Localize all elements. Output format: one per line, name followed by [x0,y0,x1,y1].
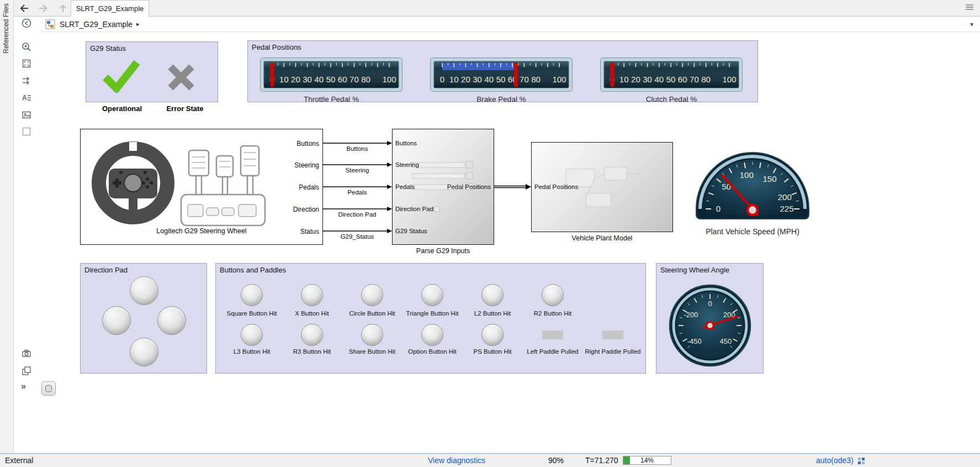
data-browser-button[interactable] [41,381,56,396]
lamp-label-circle: Circle Button Hit [349,310,395,317]
lamp-dpad-left[interactable] [102,306,131,335]
pedal-positions-panel[interactable]: Pedal Positions 01020304050607080100 Thr… [247,40,758,102]
left-paddle-indicator[interactable] [542,330,563,339]
svg-text:40: 40 [654,75,664,84]
svg-text:50: 50 [666,75,676,84]
right-paddle-indicator[interactable] [602,330,623,339]
simulation-time: T=71.270 [585,454,618,467]
tab-list-button[interactable] [965,3,974,13]
toolbar-expand-button[interactable]: » [21,381,26,391]
back-button[interactable] [17,2,31,14]
lamp-square-button[interactable] [241,284,263,306]
throttle-gauge-group: 01020304050607080100 Throttle Pedal % [260,57,402,103]
svg-text:20: 20 [291,75,300,84]
svg-text:450: 450 [719,337,732,345]
direction-pad-panel[interactable]: Direction Pad [80,263,207,374]
svg-text:200: 200 [778,192,792,202]
steering-angle-panel[interactable]: Steering Wheel Angle -450-2000200450 [656,263,764,374]
lamp-dpad-right[interactable] [157,306,186,335]
breadcrumb-caret-button[interactable]: ▾ [970,20,973,28]
lamp-ps-button[interactable] [481,324,504,346]
vehicle-plant-model-block[interactable]: Pedal Positions [531,142,673,232]
model-canvas[interactable]: G29 Status Operational Error State Pedal… [39,32,980,453]
progress-bar: 14% [623,456,671,465]
lamp-triangle-button[interactable] [421,284,443,306]
breadcrumb-model[interactable]: SLRT_G29_Example [60,20,133,29]
viewmarks-button[interactable] [20,364,33,377]
status-grid-icon[interactable] [857,457,865,465]
g29-status-panel[interactable]: G29 Status [86,41,218,102]
signal-label-direction: Direction Pad [319,211,396,218]
forward-button[interactable] [36,2,50,14]
zoom-button[interactable] [20,40,33,54]
svg-text:100: 100 [382,75,396,84]
brake-gauge[interactable]: 01020304050607080100 [430,57,573,92]
text-annotation-button[interactable]: A [20,91,33,104]
forward-icon [38,4,48,13]
port-direction: Direction [293,206,319,213]
lamp-dpad-up[interactable] [130,276,158,305]
model-tab[interactable]: SLRT_G29_Example [71,0,149,17]
arrow-icon [387,229,392,233]
fit-to-view-button[interactable] [20,57,33,70]
steering-angle-gauge[interactable]: -450-2000200450 [666,280,754,369]
throttle-gauge[interactable]: 01020304050607080100 [260,57,402,92]
svg-text:20: 20 [461,75,470,84]
lamp-share-button[interactable] [361,324,383,346]
g29-status-group: G29 Status Operational Error State [86,41,218,119]
magnifier-icon [21,41,32,53]
lamp-l3-button[interactable] [241,324,263,346]
image-annotation-button[interactable] [20,108,33,122]
lamp-x-button[interactable] [301,284,323,306]
g29-steering-wheel-block[interactable]: Buttons Steering Pedals Direction Status… [80,129,323,245]
svg-text:150: 150 [762,174,776,183]
direction-pad-title: Direction Pad [81,264,206,276]
svg-text:100: 100 [740,170,754,180]
speed-gauge[interactable]: 050100150200225 [692,143,813,225]
area-annotation-button[interactable] [20,125,33,138]
clutch-gauge-group: 01020304050607080100 Clutch Pedal % [600,57,743,103]
referenced-files-rail[interactable]: Referenced Files [0,0,14,453]
lamp-label-triangle: Triangle Button Hit [406,310,459,317]
circle-arrow-icon [21,18,32,29]
svg-text:0: 0 [440,75,444,84]
view-diagnostics-link[interactable]: View diagnostics [428,454,485,467]
simulink-window: Referenced Files SLRT_G29_Example [0,0,980,467]
svg-text:30: 30 [643,75,652,84]
lamp-r3-button[interactable] [301,324,323,346]
buttons-paddles-panel[interactable]: Buttons and Paddles Square Button Hit X … [215,263,646,374]
svg-text:50: 50 [496,75,506,84]
hide-explorer-button[interactable] [20,17,33,30]
svg-text:70: 70 [520,75,529,84]
brake-gauge-label: Brake Pedal % [430,95,573,103]
lamp-dpad-down[interactable] [130,338,158,366]
model-icon [45,19,55,29]
parse-g29-inputs-block[interactable]: Buttons Steering Pedals Direction Pad G2… [392,129,494,245]
lamp-r2-button[interactable] [542,284,564,306]
svg-text:30: 30 [303,75,312,84]
lamp-l2-button[interactable] [481,284,504,306]
text-annotation-icon: A [21,92,32,103]
route-arrows-button[interactable] [20,74,33,87]
lamp-label-share: Share Button Hit [349,348,395,355]
lamp-label-l3: L3 Button Hit [234,348,270,355]
zoom-level: 90% [548,454,564,467]
breadcrumb-arrow: ▸ [136,20,140,28]
plant-block-caption: Vehicle Plant Model [531,234,673,242]
referenced-files-label[interactable]: Referenced Files [2,3,10,54]
svg-text:80: 80 [531,75,541,84]
lamp-circle-button[interactable] [361,284,383,306]
simulation-mode-label: External [5,454,33,467]
throttle-gauge-label: Throttle Pedal % [260,95,402,103]
inport-steering: Steering [395,161,419,168]
fit-view-icon [21,58,32,69]
check-icon [102,59,140,93]
speed-gauge-group[interactable]: 050100150200225 Plant Vehicle Speed (MPH… [687,143,818,236]
clutch-gauge[interactable]: 01020304050607080100 [600,57,743,92]
double-arrow-icon [21,75,32,86]
camera-button[interactable] [20,347,33,360]
lamp-option-button[interactable] [421,324,443,346]
up-to-parent-button[interactable] [56,2,70,14]
solver-info[interactable]: auto(ode3) [816,454,854,467]
lamp-label-x: X Button Hit [295,310,329,317]
